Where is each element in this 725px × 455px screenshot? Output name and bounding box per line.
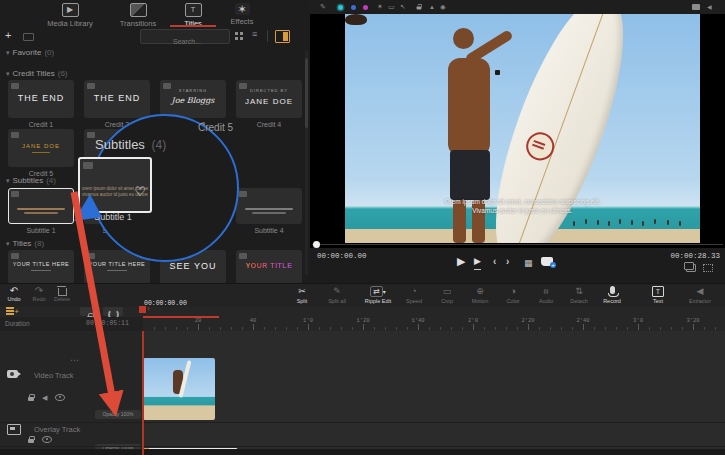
title-thumb-1[interactable]: YOUR TITLE HERE	[8, 250, 74, 283]
tool-label: Split	[284, 298, 320, 304]
section-label: Credit Titles	[13, 69, 55, 78]
tool-text[interactable]: T Text	[640, 286, 676, 304]
visibility-eye-icon[interactable]	[55, 394, 65, 401]
timeline-bottom-strip	[0, 449, 725, 455]
tab-media-library[interactable]: ▶ Media Library	[32, 3, 108, 28]
sort-icon[interactable]: ≡	[252, 29, 257, 39]
section-label: Titles	[13, 239, 32, 248]
track-options-icon[interactable]: ⋯	[70, 355, 79, 365]
grid-view-icon[interactable]	[235, 32, 238, 35]
undo-icon: ↶	[2, 286, 26, 296]
subtitle-thumb-1[interactable]	[8, 188, 74, 224]
search-input[interactable]	[141, 34, 233, 49]
lock-icon[interactable]	[28, 439, 34, 443]
playhead-line[interactable]	[142, 331, 144, 455]
video-canvas[interactable]: Orem ipsum dolor sit amet, consectetur a…	[345, 14, 700, 243]
tool-record[interactable]: Record	[594, 286, 630, 304]
lock-icon[interactable]	[417, 6, 422, 9]
step-back-button[interactable]: ‹	[493, 255, 496, 268]
snap-magnet-button[interactable]	[103, 306, 123, 316]
wand-tool-icon[interactable]: ✶	[377, 2, 383, 12]
collection-icon[interactable]	[23, 33, 34, 41]
section-favorite[interactable]: ▾Favorite(0)	[6, 48, 54, 58]
tool-split[interactable]: ✂ Split	[284, 286, 320, 304]
credit-thumb-3[interactable]: STARRING Joe Bloggs	[160, 80, 226, 118]
tab-effects[interactable]: ✶ Effects	[204, 3, 280, 26]
tool-crop[interactable]: ▭ Crop	[429, 286, 465, 304]
thumb-preview-text: THE END	[8, 93, 74, 103]
timeline-ruler[interactable]: 20401'01'201'402'02'202'403'03'20	[143, 317, 725, 331]
subtitle-thumb-4[interactable]	[236, 188, 302, 224]
library-scrollbar[interactable]	[305, 50, 308, 275]
undo-button[interactable]: ↶ Undo	[2, 286, 26, 302]
credit-thumb-4[interactable]: DIRECTED BY JANE DOE	[236, 80, 302, 118]
tool-label: Detach	[561, 298, 597, 304]
keyframe-dot-cyan-icon[interactable]	[338, 5, 343, 10]
tool-ripple-edit[interactable]: ⇄▾ Ripple Edit	[356, 286, 400, 304]
redo-button[interactable]: ↷ Redo	[27, 286, 51, 302]
section-count: (0)	[44, 48, 54, 57]
fullscreen-icon[interactable]	[703, 264, 713, 272]
video-editor-app: ▶ Media Library Transitions T Titles ✶ E…	[0, 0, 725, 455]
playhead-handle[interactable]	[139, 306, 146, 313]
tool-motion[interactable]: ⊕ Motion	[462, 286, 498, 304]
select-tool-icon[interactable]: ▭	[388, 2, 395, 12]
lock-icon[interactable]	[28, 397, 34, 401]
add-title-button[interactable]: +	[5, 28, 11, 42]
opacity-dropdown[interactable]: Opacity 100%	[95, 410, 141, 419]
thumb-preview-text: YOUR TITLE	[236, 262, 302, 269]
credit-thumb-5[interactable]: JANE DOE	[8, 129, 74, 167]
speaker-icon[interactable]: ◀	[42, 394, 47, 401]
tool-label: Text	[640, 298, 676, 304]
mask-icon[interactable]: ▲	[429, 2, 435, 12]
tool-split-all[interactable]: ✎ Split all	[319, 286, 355, 304]
visibility-eye-icon[interactable]	[42, 436, 52, 443]
surfer-watch	[495, 70, 500, 75]
toolbar-divider	[267, 30, 268, 42]
preview-progress-bar[interactable]	[312, 244, 723, 245]
video-clip[interactable]	[143, 358, 215, 420]
tool-detach[interactable]: ⇅ Detach	[561, 286, 597, 304]
tool-extractor[interactable]: ◀ Extractor	[682, 286, 718, 304]
play-to-edge-button[interactable]: ▶	[474, 255, 481, 270]
preview-progress-handle[interactable]	[313, 241, 320, 248]
magnified-credit-label: Credit 5	[198, 122, 233, 133]
panel-toggle-icon[interactable]	[275, 30, 290, 43]
section-titles[interactable]: ▾Titles(8)	[6, 239, 44, 249]
tool-label: Redo	[27, 296, 51, 302]
add-track-button[interactable]: +	[6, 307, 18, 316]
title-type-badge	[11, 253, 19, 259]
cursor-tool-icon[interactable]: ↖	[400, 2, 406, 12]
play-button[interactable]: ▶	[457, 255, 465, 268]
pen-tool-icon[interactable]: ✎	[320, 2, 326, 12]
keyframe-dot-blue-icon[interactable]	[351, 5, 356, 10]
section-subtitles[interactable]: ▾Subtitles(4)	[6, 176, 56, 186]
duration-timecode: 00:00:28.33	[670, 252, 720, 260]
delete-button[interactable]: Delete	[50, 286, 74, 302]
tool-label: Delete	[50, 296, 74, 302]
step-forward-button[interactable]: ›	[506, 255, 509, 268]
tool-audio[interactable]: ≡ Audio	[528, 286, 564, 304]
compare-view-icon[interactable]	[686, 264, 696, 272]
tool-label: Color	[495, 298, 531, 304]
tool-speed[interactable]: ◔ Speed	[396, 286, 432, 304]
credit-thumb-2[interactable]: THE END	[84, 80, 150, 118]
color-icon: ◑	[495, 286, 531, 297]
title-thumb-4[interactable]: YOUR TITLE	[236, 250, 302, 283]
chevron-down-icon: ▾	[6, 177, 10, 184]
thumb-subtext-bar	[31, 270, 51, 271]
titles-icon: T	[185, 3, 202, 17]
snapshot-icon[interactable]: ▦	[524, 257, 533, 270]
visibility-eye-icon[interactable]: ◉	[440, 2, 446, 12]
section-credit-titles[interactable]: ▾Credit Titles(6)	[6, 69, 68, 79]
thumb-subtext-bar	[107, 270, 127, 271]
thumb-preview-text: YOUR TITLE HERE	[84, 261, 150, 267]
keyframe-dot-magenta-icon[interactable]	[363, 5, 368, 10]
lock-tracks-button[interactable]	[80, 306, 100, 316]
speaker-icon[interactable]: ◀	[707, 2, 712, 12]
section-count: (4)	[46, 176, 56, 185]
credit-thumb-1[interactable]: THE END	[8, 80, 74, 118]
add-marker-icon[interactable]: +	[541, 257, 553, 266]
tool-color[interactable]: ◑ Color	[495, 286, 531, 304]
camera-snapshot-icon[interactable]	[692, 4, 700, 10]
